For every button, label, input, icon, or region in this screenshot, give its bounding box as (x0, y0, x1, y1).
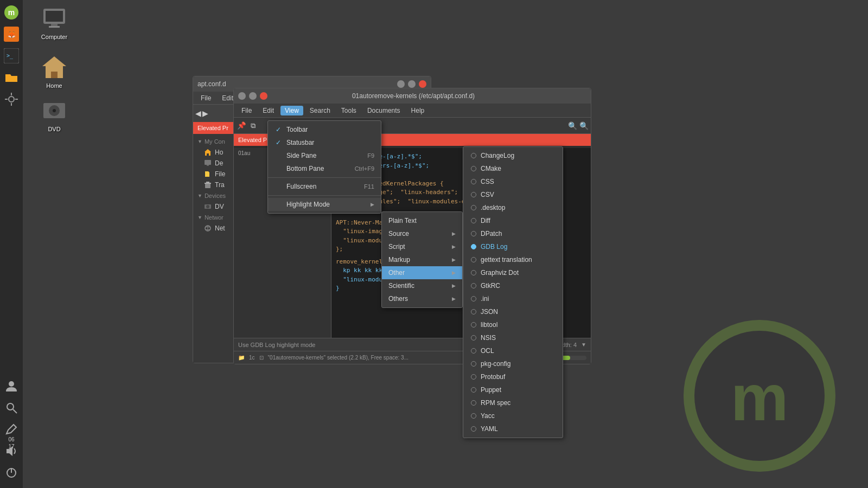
dvd-icon (41, 98, 67, 124)
radio-dot-11 (471, 296, 476, 301)
highlight-plain-text[interactable]: Plain Text (382, 214, 462, 227)
svg-point-43 (206, 205, 209, 208)
te-minimize-button[interactable] (238, 92, 246, 100)
computer-icon (41, 5, 67, 31)
radio-dot-20 (471, 413, 476, 419)
taskbar-pen-icon[interactable] (2, 420, 21, 439)
taskbar-search-icon[interactable] (2, 398, 21, 418)
radio-dot-4 (471, 205, 476, 210)
highlight-type-csv[interactable]: CSV (463, 188, 563, 201)
te-menu-documents[interactable]: Documents (363, 106, 405, 115)
svg-marker-36 (205, 149, 211, 156)
highlight-type-css[interactable]: CSS (463, 175, 563, 188)
highlight-type-json[interactable]: JSON (463, 305, 563, 318)
highlight-mode-submenu: Plain Text Source Script Markup Other Sc… (381, 211, 463, 308)
svg-rect-22 (51, 72, 58, 78)
svg-rect-41 (206, 182, 209, 183)
highlight-type-yaml[interactable]: YAML (463, 422, 563, 435)
computer-icon-label: Computer (41, 34, 67, 40)
svg-rect-38 (207, 165, 209, 166)
te-menu-search[interactable]: Search (305, 106, 335, 115)
te-menu-view[interactable]: View (280, 106, 303, 115)
taskbar-folder-icon[interactable] (2, 68, 21, 87)
highlight-type-rpm-spec[interactable]: RPM spec (463, 396, 563, 409)
taskbar-terminal-icon[interactable]: >_ (2, 46, 21, 66)
highlight-type-gettext-translation[interactable]: gettext translation (463, 253, 563, 266)
view-menu-highlight[interactable]: Highlight Mode ▶ (268, 198, 381, 211)
svg-text:m: m (8, 8, 15, 17)
radio-dot-9 (471, 270, 476, 275)
highlight-type-protobuf[interactable]: Protobuf (463, 370, 563, 383)
taskbar-mint-icon[interactable]: m (2, 3, 21, 22)
te-pin-button[interactable]: 📌 (236, 120, 247, 131)
highlight-scientific[interactable]: Scientific (382, 279, 462, 292)
view-menu-sidepane[interactable]: Side Pane F9 (268, 149, 381, 162)
terminal-icon-bottom[interactable]: ⊡ (259, 355, 264, 361)
te-close-button[interactable] (260, 92, 267, 100)
desktop-icon-computer[interactable]: Computer (33, 5, 76, 40)
radio-dot-6 (471, 231, 476, 236)
highlight-source[interactable]: Source (382, 227, 462, 240)
view-menu-bottompane[interactable]: Bottom Pane Ctrl+F9 (268, 162, 381, 175)
highlight-script[interactable]: Script (382, 240, 462, 253)
highlight-type-yacc[interactable]: Yacc (463, 409, 563, 422)
highlight-type-libtool[interactable]: libtool (463, 318, 563, 331)
digit-icon-bottom[interactable]: 1c (249, 355, 255, 361)
te-search-button[interactable]: 🔍 (568, 121, 577, 130)
highlight-type-pkg-config[interactable]: pkg-config (463, 357, 563, 370)
radio-dot-5 (471, 218, 476, 223)
folder-icon-bottom[interactable]: 📁 (238, 355, 245, 361)
view-menu-toolbar[interactable]: ✓ Toolbar (268, 123, 381, 136)
te-copy-button[interactable]: ⧉ (250, 120, 257, 131)
taskbar-volume-icon[interactable] (2, 441, 21, 461)
desktop-icon-dvd[interactable]: DVD (33, 98, 76, 132)
svg-point-12 (7, 403, 14, 410)
radio-dot-2 (471, 179, 476, 184)
te-menu-file[interactable]: File (237, 106, 256, 115)
radio-dot-7 (471, 244, 476, 249)
fm-menu-file[interactable]: File (196, 93, 215, 103)
te-menu-help[interactable]: Help (407, 106, 429, 115)
highlight-type-ocl[interactable]: OCL (463, 344, 563, 357)
view-menu-statusbar[interactable]: ✓ Statusbar (268, 136, 381, 149)
highlight-type-dpatch[interactable]: DPatch (463, 227, 563, 240)
te-restore-button[interactable] (249, 92, 257, 100)
view-menu-fullscreen[interactable]: Fullscreen F11 (268, 180, 381, 193)
taskbar-settings-icon[interactable] (2, 89, 21, 109)
svg-rect-39 (205, 183, 210, 188)
svg-point-25 (53, 109, 56, 112)
highlight-type--desktop[interactable]: .desktop (463, 201, 563, 214)
highlight-type--ini[interactable]: .ini (463, 292, 563, 305)
maximize-button[interactable] (408, 80, 416, 88)
highlight-type-diff[interactable]: Diff (463, 214, 563, 227)
highlight-other[interactable]: Other (382, 266, 462, 279)
te-zoom-button[interactable]: 🔍 (579, 121, 589, 130)
highlight-type-changelog[interactable]: ChangeLog (463, 149, 563, 162)
highlight-type-puppet[interactable]: Puppet (463, 383, 563, 396)
svg-rect-19 (51, 24, 58, 26)
highlight-others[interactable]: Others (382, 292, 462, 305)
highlight-type-gtkrc[interactable]: GtkRC (463, 279, 563, 292)
te-menu-edit[interactable]: Edit (258, 106, 278, 115)
statusbar-check-icon: ✓ (275, 139, 282, 146)
taskbar-orange-icon[interactable]: 🦊 (2, 24, 21, 44)
forward-button[interactable]: ▶ (202, 109, 208, 118)
close-button[interactable] (419, 80, 426, 88)
minimize-button[interactable] (397, 80, 405, 88)
highlight-types-menu: ChangeLogCMakeCSSCSV.desktopDiffDPatchGD… (463, 146, 563, 438)
svg-point-11 (9, 381, 14, 387)
radio-dot-14 (471, 335, 476, 341)
desktop-icon-home[interactable]: Home (33, 54, 76, 89)
home-icon (41, 54, 67, 80)
back-button[interactable]: ◀ (195, 109, 201, 118)
highlight-markup[interactable]: Markup (382, 253, 462, 266)
te-window-controls (238, 92, 267, 100)
taskbar-power-icon[interactable] (2, 463, 21, 483)
radio-dot-1 (471, 166, 476, 171)
te-menu-tools[interactable]: Tools (337, 106, 361, 115)
highlight-type-gdb-log[interactable]: GDB Log (463, 240, 563, 253)
taskbar-user-icon[interactable] (2, 376, 21, 396)
highlight-type-nsis[interactable]: NSIS (463, 331, 563, 344)
highlight-type-cmake[interactable]: CMake (463, 162, 563, 175)
highlight-type-graphviz-dot[interactable]: Graphviz Dot (463, 266, 563, 279)
